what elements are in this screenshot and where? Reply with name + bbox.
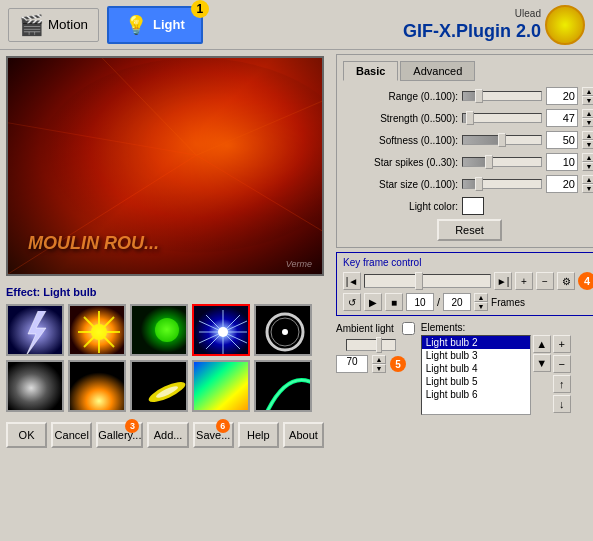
elem-move-up-btn[interactable]: ↑ [553,375,571,393]
rainbow-svg [194,362,250,412]
svg-rect-28 [70,362,126,412]
tab-advanced[interactable]: Advanced [400,61,475,81]
softness-slider[interactable] [462,135,542,145]
elem-move-down-btn[interactable]: ↓ [553,395,571,413]
ambient-up[interactable]: ▲ [372,355,386,364]
thumbnail-0[interactable] [6,304,64,356]
range-slider[interactable] [462,91,542,101]
motion-icon: 🎬 [19,13,44,37]
ambient-down[interactable]: ▼ [372,364,386,373]
frames-label: Frames [491,297,525,308]
sparkle-svg [70,306,126,356]
about-button[interactable]: About [283,422,324,448]
save-button[interactable]: Save... 6 [193,422,234,448]
softness-down[interactable]: ▼ [582,140,593,149]
star-size-down[interactable]: ▼ [582,184,593,193]
add-button[interactable]: Add... [147,422,188,448]
green-svg [132,306,188,356]
list-item-1[interactable]: Light bulb 3 [422,349,530,362]
kf-slider[interactable] [364,274,491,288]
thumbnail-7[interactable] [130,360,188,412]
light-color-swatch[interactable] [462,197,484,215]
starburst-svg [194,306,250,356]
frame-total-down[interactable]: ▼ [474,302,488,311]
thumbnail-5[interactable] [6,360,64,412]
thumbnail-1[interactable] [68,304,126,356]
kf-thumb [415,272,423,290]
thumbnail-4[interactable] [254,304,312,356]
softness-up[interactable]: ▲ [582,131,593,140]
range-up[interactable]: ▲ [582,87,593,96]
elem-scroll-up[interactable]: ▲ [533,335,551,353]
list-item-3[interactable]: Light bulb 5 [422,375,530,388]
strength-down[interactable]: ▼ [582,118,593,127]
preview-text: MOULIN ROU... [28,233,159,254]
star-spikes-slider[interactable] [462,157,542,167]
tab-basic[interactable]: Basic [343,61,398,81]
total-frames-input[interactable]: 20 [443,293,471,311]
elements-label-col: Ambient light 70 ▲ ▼ 5 [336,322,415,373]
help-button[interactable]: Help [238,422,279,448]
star-size-up[interactable]: ▲ [582,175,593,184]
current-frame-input[interactable]: 10 [406,293,434,311]
light-label: Light [153,17,185,32]
list-item-0[interactable]: Light bulb 2 [422,336,530,349]
reset-button[interactable]: Reset [437,219,502,241]
strength-slider[interactable] [462,113,542,123]
elem-remove-btn[interactable]: − [553,355,571,373]
motion-button[interactable]: 🎬 Motion [8,8,99,42]
logo-brand: Ulead [403,8,541,19]
light-color-label: Light color: [343,201,458,212]
ambient-spinner[interactable]: ▲ ▼ [372,355,386,373]
range-down[interactable]: ▼ [582,96,593,105]
ok-button[interactable]: OK [6,422,47,448]
range-label: Range (0..100): [343,91,458,102]
thumbnail-8[interactable] [192,360,250,412]
star-spikes-up[interactable]: ▲ [582,153,593,162]
elem-scroll-down[interactable]: ▼ [533,354,551,372]
param-strength: Strength (0..500): 47 ▲ ▼ [343,109,593,127]
ambient-checkbox[interactable] [402,322,415,335]
play-button[interactable]: ▶ [364,293,382,311]
frame-total-up[interactable]: ▲ [474,293,488,302]
kf-remove-button[interactable]: − [536,272,554,290]
playback-row: ↺ ▶ ■ 10 / 20 ▲ ▼ Frames [343,293,593,311]
ambient-slider[interactable] [346,339,396,351]
thumbnail-3[interactable] [192,304,250,356]
strength-label: Strength (0..500): [343,113,458,124]
kf-settings-button[interactable]: ⚙ [557,272,575,290]
elements-action-btns: + − ↑ ↓ [553,335,571,415]
list-item-4[interactable]: Light bulb 6 [422,388,530,401]
star-spikes-spinner[interactable]: ▲ ▼ [582,153,593,171]
motion-label: Motion [48,17,88,32]
thumbnail-6[interactable] [68,360,126,412]
softness-spinner[interactable]: ▲ ▼ [582,131,593,149]
preview-watermark: Verme [286,259,312,269]
star-size-slider[interactable] [462,179,542,189]
star-spikes-down[interactable]: ▼ [582,162,593,171]
save-badge: 6 [216,419,230,433]
thumbnail-2[interactable] [130,304,188,356]
strength-up[interactable]: ▲ [582,109,593,118]
keyframe-controls: |◄ ►| + − ⚙ 4 [343,272,593,290]
range-spinner[interactable]: ▲ ▼ [582,87,593,105]
cancel-button[interactable]: Cancel [51,422,92,448]
strength-spinner[interactable]: ▲ ▼ [582,109,593,127]
play-loop-button[interactable]: ↺ [343,293,361,311]
list-item-2[interactable]: Light bulb 4 [422,362,530,375]
kf-add-button[interactable]: + [515,272,533,290]
thumbnail-9[interactable] [254,360,312,412]
frame-total-spinner[interactable]: ▲ ▼ [474,293,488,311]
elem-add-btn[interactable]: + [553,335,571,353]
main-area: MOULIN ROU... Verme Effect: Light bulb [0,50,593,541]
kf-end-button[interactable]: ►| [494,272,512,290]
star-spikes-label: Star spikes (0..30): [343,157,458,168]
ambient-slider-col: 70 ▲ ▼ 5 [336,339,406,373]
soft-svg [8,362,64,412]
light-button[interactable]: 💡 Light 1 [107,6,203,44]
kf-start-button[interactable]: |◄ [343,272,361,290]
stop-button[interactable]: ■ [385,293,403,311]
gallery-button[interactable]: Gallery... 3 [96,422,143,448]
star-size-spinner[interactable]: ▲ ▼ [582,175,593,193]
ambient-value[interactable]: 70 [336,355,368,373]
